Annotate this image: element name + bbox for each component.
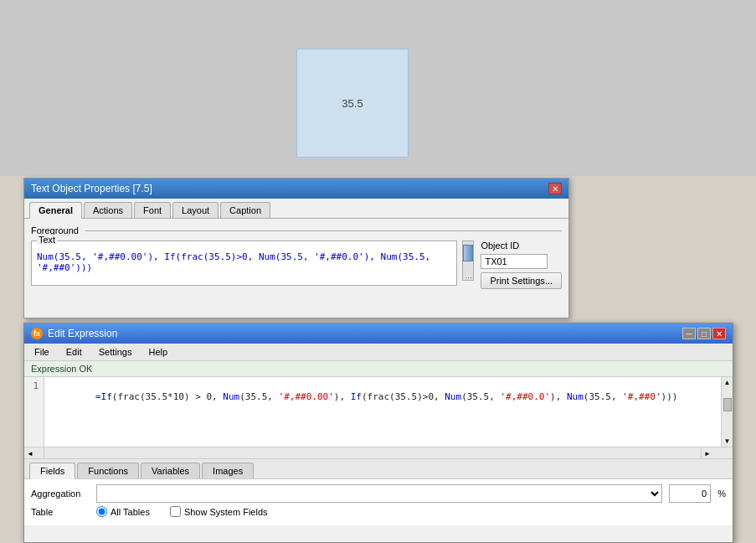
h-scroll-left[interactable]: ◄ <box>24 447 44 458</box>
expr-icon: fx <box>31 328 43 339</box>
expr-editor-wrapper: 1 =If(frac(35.5*10) > 0, Num(35.5, '#,##… <box>24 377 733 447</box>
menu-file[interactable]: File <box>28 345 56 359</box>
expr-menubar: File Edit Settings Help <box>24 344 733 361</box>
expr-window-buttons: ─ □ ✕ <box>682 328 726 339</box>
menu-edit[interactable]: Edit <box>59 345 89 359</box>
obj-id-label: Object ID <box>481 240 519 251</box>
line-numbers: 1 <box>24 377 44 447</box>
text-obj-title: Text Object Properties [7.5] <box>31 183 152 194</box>
all-tables-radio[interactable] <box>96 506 107 517</box>
tab-functions[interactable]: Functions <box>77 463 139 478</box>
expr-title: Edit Expression <box>48 328 117 339</box>
menu-settings[interactable]: Settings <box>92 345 139 359</box>
expr-close-button[interactable]: ✕ <box>712 328 726 339</box>
expr-scrollbar-vertical[interactable]: ▲ ▼ <box>721 377 733 447</box>
tab-fields[interactable]: Fields <box>29 463 75 479</box>
right-controls: Object ID Print Settings... <box>481 240 562 289</box>
edit-expression-dialog: fx Edit Expression ─ □ ✕ File Edit Setti… <box>23 323 733 543</box>
text-obj-body: Foreground Text Num(35.5, '#,##0.00'), I… <box>24 219 568 296</box>
foreground-row: Foreground <box>31 225 562 235</box>
text-obj-tabs: General Actions Font Layout Caption <box>24 199 568 219</box>
expand-btn[interactable]: … <box>465 272 472 280</box>
table-row: Table All Tables Show System Fields <box>31 506 726 517</box>
aggregation-select[interactable] <box>96 484 662 503</box>
all-tables-label: All Tables <box>111 507 150 517</box>
scroll-corner <box>721 447 733 458</box>
obj-id-input[interactable] <box>481 254 548 269</box>
text-scrollbar[interactable]: … <box>462 240 474 281</box>
text-obj-titlebar: Text Object Properties [7.5] ✕ <box>24 178 568 199</box>
all-tables-radio-group: All Tables <box>96 506 150 517</box>
expr-titlebar: fx Edit Expression ─ □ ✕ <box>24 323 733 344</box>
minimize-button[interactable]: ─ <box>682 328 696 339</box>
text-group-box: Text Num(35.5, '#,##0.00'), If(frac(35.5… <box>31 240 457 286</box>
text-obj-close-button[interactable]: ✕ <box>548 183 562 194</box>
text-obj-properties-dialog: Text Object Properties [7.5] ✕ General A… <box>23 178 569 318</box>
expr-editor-area: 1 =If(frac(35.5*10) > 0, Num(35.5, '#,##… <box>24 377 733 447</box>
expr-fields-panel: Aggregation % Table All Tables Show Syst… <box>24 479 733 525</box>
print-settings-button[interactable]: Print Settings... <box>481 272 562 289</box>
tab-variables[interactable]: Variables <box>141 463 200 478</box>
restore-button[interactable]: □ <box>697 328 711 339</box>
expr-title-group: fx Edit Expression <box>31 328 117 339</box>
tab-general[interactable]: General <box>29 202 82 219</box>
canvas-text-box: 35.5 <box>296 49 409 158</box>
aggregation-label: Aggregation <box>31 489 90 499</box>
h-scroll-track[interactable] <box>44 447 701 458</box>
expression-status: Expression OK <box>24 361 733 377</box>
v-scroll-up[interactable]: ▲ <box>723 377 733 388</box>
table-label: Table <box>31 507 90 517</box>
show-system-checkbox[interactable] <box>170 506 181 517</box>
canvas-value: 35.5 <box>342 97 363 110</box>
tab-actions[interactable]: Actions <box>84 202 132 218</box>
percent-input[interactable] <box>669 484 711 503</box>
expr-bottom-tabs: Fields Functions Variables Images <box>24 459 733 479</box>
tab-images[interactable]: Images <box>202 463 254 478</box>
v-scroll-down[interactable]: ▼ <box>723 436 733 447</box>
h-scroll-right[interactable]: ► <box>701 447 721 458</box>
show-system-label: Show System Fields <box>184 507 268 517</box>
v-scroll-thumb[interactable] <box>723 398 732 411</box>
expr-scrollbar-horizontal-row: ◄ ► <box>24 447 733 459</box>
scrollbar-thumb[interactable] <box>463 245 473 261</box>
expr-code-area[interactable]: =If(frac(35.5*10) > 0, Num(35.5, '#,##0.… <box>44 377 721 447</box>
menu-help[interactable]: Help <box>141 345 174 359</box>
aggregation-row: Aggregation % <box>31 484 726 503</box>
tab-layout[interactable]: Layout <box>172 202 219 218</box>
percent-symbol: % <box>717 489 726 499</box>
text-expression: Num(35.5, '#,##0.00'), If(frac(35.5)>0, … <box>37 251 451 273</box>
show-system-group: Show System Fields <box>170 506 268 517</box>
text-group-label: Text <box>37 235 57 245</box>
tab-caption[interactable]: Caption <box>220 202 270 218</box>
tab-font[interactable]: Font <box>134 202 171 218</box>
